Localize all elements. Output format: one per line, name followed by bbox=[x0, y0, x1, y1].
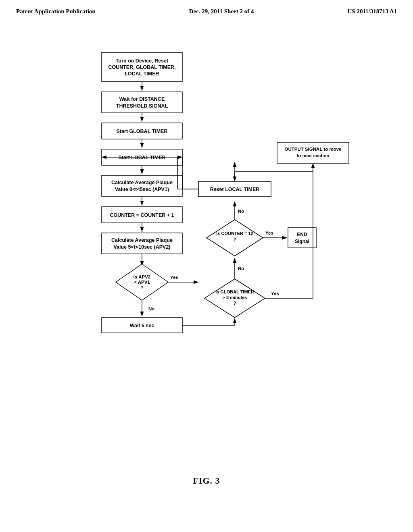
svg-text:END: END bbox=[297, 232, 307, 237]
svg-text:Wait for DISTANCE: Wait for DISTANCE bbox=[119, 96, 165, 102]
svg-text:Yes: Yes bbox=[265, 231, 273, 235]
svg-text:Wait 5 sec: Wait 5 sec bbox=[130, 323, 154, 328]
svg-text:Yes: Yes bbox=[170, 275, 178, 280]
svg-text:> 3 minutes: > 3 minutes bbox=[223, 295, 247, 300]
page-header: Patent Application Publication Dec. 29, … bbox=[0, 0, 413, 20]
svg-text:Is COUNTER = 12: Is COUNTER = 12 bbox=[216, 231, 253, 236]
svg-rect-50 bbox=[288, 228, 316, 248]
svg-text:OUTPUT SIGNAL to move: OUTPUT SIGNAL to move bbox=[285, 147, 342, 152]
svg-text:< APV1: < APV1 bbox=[134, 280, 150, 285]
svg-text:Reset LOCAL TIMER: Reset LOCAL TIMER bbox=[210, 187, 260, 192]
svg-rect-23 bbox=[102, 233, 182, 254]
svg-text:No: No bbox=[238, 266, 244, 271]
svg-text:COUNTER, GLOBAL TIMER,: COUNTER, GLOBAL TIMER, bbox=[108, 64, 175, 70]
figure-label: FIG. 3 bbox=[0, 476, 413, 486]
flowchart-svg: Turn on Device, Reset COUNTER, GLOBAL TI… bbox=[53, 28, 360, 472]
svg-text:Calculate Average Plaque: Calculate Average Plaque bbox=[111, 180, 173, 185]
flowchart-container: Turn on Device, Reset COUNTER, GLOBAL TI… bbox=[0, 20, 413, 510]
svg-text:COUNTER = COUNTER + 1: COUNTER = COUNTER + 1 bbox=[110, 212, 174, 218]
svg-text:Value 5<t<10sec (APV2): Value 5<t<10sec (APV2) bbox=[113, 244, 170, 250]
svg-text:Turn on Device, Reset: Turn on Device, Reset bbox=[116, 58, 169, 64]
svg-text:LOCAL TIMER: LOCAL TIMER bbox=[125, 71, 159, 77]
svg-rect-58 bbox=[277, 142, 349, 163]
svg-text:?: ? bbox=[140, 285, 143, 290]
svg-text:Calculate Average Plaque: Calculate Average Plaque bbox=[111, 237, 173, 243]
svg-text:No: No bbox=[238, 209, 244, 214]
svg-text:Signal: Signal bbox=[295, 239, 309, 244]
header-left-text: Patent Application Publication bbox=[16, 7, 96, 16]
svg-text:Start LOCAL TIMER: Start LOCAL TIMER bbox=[118, 155, 165, 160]
svg-rect-6 bbox=[102, 92, 182, 113]
header-right-text: US 2011/318713 A1 bbox=[347, 7, 397, 16]
svg-text:Start GLOBAL TIMER: Start GLOBAL TIMER bbox=[117, 129, 168, 134]
svg-text:No: No bbox=[148, 306, 154, 311]
svg-text:Value 0<t<5sec (APV1): Value 0<t<5sec (APV1) bbox=[115, 187, 169, 192]
svg-text:Yes: Yes bbox=[271, 291, 279, 296]
svg-text:Is GLOBAL TIMER: Is GLOBAL TIMER bbox=[215, 289, 254, 294]
svg-text:to next section: to next section bbox=[296, 153, 329, 158]
svg-text:?: ? bbox=[234, 237, 236, 242]
svg-text:?: ? bbox=[234, 301, 236, 305]
header-center-text: Dec. 29, 2011 Sheet 2 of 4 bbox=[189, 7, 254, 16]
svg-text:THRESHOLD SIGNAL: THRESHOLD SIGNAL bbox=[116, 103, 168, 109]
svg-rect-16 bbox=[102, 175, 182, 196]
svg-text:Is APV2: Is APV2 bbox=[133, 274, 150, 279]
